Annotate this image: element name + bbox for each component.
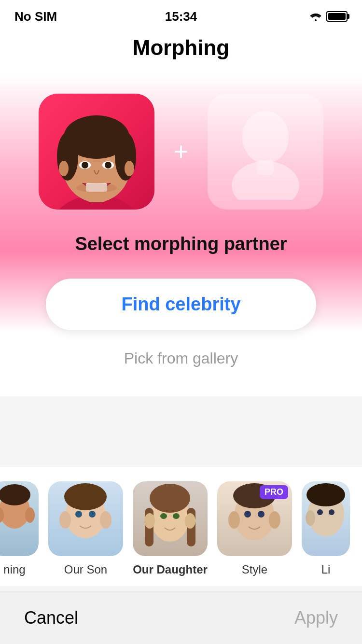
status-bar: No SIM 15:34: [0, 0, 362, 26]
clock: 15:34: [165, 9, 197, 24]
carousel-label-3: Style: [242, 563, 267, 576]
carousel-label-2: Our Daughter: [133, 563, 208, 576]
svg-point-34: [160, 513, 167, 519]
plus-icon: +: [174, 139, 188, 164]
carousel-item-0[interactable]: ning: [0, 481, 39, 576]
pro-badge: PRO: [260, 485, 288, 499]
wifi-icon: [309, 12, 322, 21]
svg-point-12: [59, 161, 69, 176]
carousel-label-1: Our Son: [64, 563, 107, 576]
carousel-thumb-2[interactable]: [133, 481, 208, 556]
cancel-button[interactable]: Cancel: [24, 608, 78, 628]
svg-point-43: [306, 483, 345, 506]
carousel-section: ning Our Son: [0, 467, 362, 586]
svg-point-15: [242, 111, 289, 164]
carousel-thumb-3[interactable]: PRO: [217, 481, 292, 556]
svg-point-23: [64, 483, 107, 510]
carousel-item-2[interactable]: Our Daughter: [133, 481, 208, 576]
svg-point-46: [329, 509, 334, 515]
apply-button[interactable]: Apply: [294, 608, 338, 628]
pick-from-gallery-button[interactable]: Pick from gallery: [124, 350, 238, 367]
svg-point-21: [25, 507, 35, 523]
carousel-scroll: ning Our Son: [0, 481, 362, 576]
svg-point-39: [269, 511, 280, 529]
carrier-text: No SIM: [14, 9, 57, 24]
svg-point-26: [75, 511, 82, 518]
carousel-thumb-1[interactable]: [48, 481, 123, 556]
battery-icon: [326, 11, 348, 22]
select-partner-label: Select morphing partner: [75, 234, 287, 254]
svg-point-32: [144, 513, 155, 529]
svg-point-45: [317, 509, 323, 515]
carousel-thumb-4[interactable]: [302, 481, 350, 556]
thumb-face-1: [48, 481, 123, 556]
svg-point-9: [82, 162, 88, 168]
carousel-label-4: Li: [321, 563, 331, 576]
carousel-item-4[interactable]: Li: [302, 481, 350, 576]
svg-point-10: [105, 162, 111, 168]
main-content: + Select morphing partner Find celebrity…: [0, 74, 362, 396]
svg-point-25: [100, 511, 111, 529]
svg-point-41: [258, 511, 265, 518]
svg-point-19: [0, 484, 30, 505]
source-photo[interactable]: [39, 94, 154, 210]
thumb-face-0: [0, 481, 39, 556]
thumb-face-2: [133, 481, 208, 556]
status-right-icons: [309, 11, 348, 22]
svg-point-33: [185, 513, 195, 529]
svg-point-14: [76, 183, 117, 193]
svg-point-24: [59, 511, 71, 529]
photo-pair: +: [39, 94, 323, 210]
svg-point-27: [89, 511, 96, 518]
svg-point-38: [228, 511, 240, 529]
find-celebrity-button[interactable]: Find celebrity: [46, 279, 316, 330]
svg-rect-17: [257, 160, 274, 175]
svg-point-44: [306, 510, 315, 526]
empty-face-silhouette: [227, 103, 304, 200]
carousel-item-1[interactable]: Our Son: [48, 481, 123, 576]
carousel-item-3[interactable]: PRO Style: [217, 481, 292, 576]
page-title: Morphing: [0, 36, 362, 60]
celebrity-face-svg: [39, 94, 154, 210]
nav-bar: Morphing: [0, 26, 362, 74]
carousel-thumb-0[interactable]: [0, 481, 39, 556]
partner-photo-slot[interactable]: [208, 94, 323, 210]
thumb-face-4: [302, 481, 350, 556]
battery-fill: [328, 13, 346, 20]
svg-point-13: [125, 161, 134, 176]
svg-point-40: [244, 511, 251, 518]
svg-point-29: [150, 484, 190, 513]
bottom-bar: Cancel Apply: [0, 591, 362, 644]
carousel-label-0: ning: [3, 563, 25, 576]
svg-point-35: [173, 513, 180, 519]
